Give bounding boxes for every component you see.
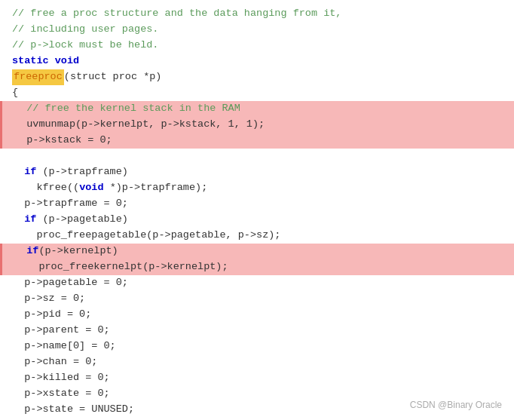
code-text-16	[14, 244, 26, 259]
code-text-16b: (p->kernelpt)	[38, 244, 118, 259]
code-text-6: {	[12, 85, 18, 101]
code-text-4: static void	[12, 54, 79, 69]
code-line-1: // free a proc structure and the data ha…	[0, 6, 514, 22]
code-kw-11: if	[24, 164, 36, 180]
code-line-15: proc_freepagetable(p->pagetable, p->sz);	[0, 228, 514, 244]
code-line-8: uvmunmap(p->kernelpt, p->kstack, 1, 1);	[0, 117, 514, 133]
code-text-14	[12, 212, 24, 228]
code-line-23: p->chan = 0;	[0, 354, 514, 370]
code-text-5: (struct proc *p)	[64, 69, 162, 85]
code-line-2: // including user pages.	[0, 22, 514, 38]
code-line-13: p->trapframe = 0;	[0, 196, 514, 212]
code-line-16: if(p->kernelpt)	[0, 244, 514, 259]
code-line-11: if (p->trapframe)	[0, 164, 514, 180]
code-line-22: p->name[0] = 0;	[0, 339, 514, 354]
code-text-12: kfree((	[12, 180, 79, 196]
code-line-18: p->pagetable = 0;	[0, 275, 514, 291]
code-text-25: p->xstate = 0;	[12, 386, 110, 402]
code-kw-14: if	[24, 212, 36, 228]
watermark: CSDN @Binary Oracle	[410, 398, 502, 412]
code-text-7: // free the kernel stack in the RAM	[14, 101, 240, 117]
code-line-14: if (p->pagetable)	[0, 212, 514, 228]
code-text-23: p->chan = 0;	[12, 354, 97, 370]
code-line-3: // p->lock must be held.	[0, 38, 514, 54]
code-line-12: kfree((void *)p->trapframe);	[0, 180, 514, 196]
code-container: // free a proc structure and the data ha…	[0, 0, 514, 420]
code-text-22: p->name[0] = 0;	[12, 339, 116, 354]
code-func-highlight: freeproc	[12, 69, 64, 85]
code-line-4: static void	[0, 54, 514, 69]
code-text-21: p->parent = 0;	[12, 323, 110, 339]
code-text-9: p->kstack = 0;	[14, 133, 112, 149]
code-text-11b: (p->trapframe)	[36, 164, 128, 180]
code-text-15: proc_freepagetable(p->pagetable, p->sz);	[12, 228, 280, 244]
code-text-3: // p->lock must be held.	[12, 38, 158, 54]
code-line-19: p->sz = 0;	[0, 291, 514, 307]
code-text-1: // free a proc structure and the data ha…	[12, 6, 341, 22]
code-text-26: p->state = UNUSED;	[12, 402, 134, 418]
code-text-8: uvmunmap(p->kernelpt, p->kstack, 1, 1);	[14, 117, 265, 133]
code-kw-12: void	[79, 180, 103, 196]
code-line-6: {	[0, 85, 514, 101]
code-text-14b: (p->pagetable)	[36, 212, 128, 228]
code-text-24: p->killed = 0;	[12, 370, 110, 386]
code-line-7: // free the kernel stack in the RAM	[0, 101, 514, 117]
code-line-9: p->kstack = 0;	[0, 133, 514, 149]
code-text-2: // including user pages.	[12, 22, 158, 38]
code-line-17: proc_freekernelpt(p->kernelpt);	[0, 259, 514, 275]
code-line-24: p->killed = 0;	[0, 370, 514, 386]
code-line-5: freeproc(struct proc *p)	[0, 69, 514, 85]
code-line-20: p->pid = 0;	[0, 307, 514, 323]
code-line-21: p->parent = 0;	[0, 323, 514, 339]
code-text-20: p->pid = 0;	[12, 307, 91, 323]
code-text-17: proc_freekernelpt(p->kernelpt);	[14, 259, 228, 275]
code-text-12b: *)p->trapframe);	[104, 180, 208, 196]
code-text-11	[12, 164, 24, 180]
code-text-13: p->trapframe = 0;	[12, 196, 128, 212]
code-line-10	[0, 149, 514, 164]
code-text-18: p->pagetable = 0;	[12, 275, 128, 291]
code-kw-16: if	[26, 244, 38, 259]
code-text-10	[12, 149, 18, 164]
code-text-19: p->sz = 0;	[12, 291, 85, 307]
